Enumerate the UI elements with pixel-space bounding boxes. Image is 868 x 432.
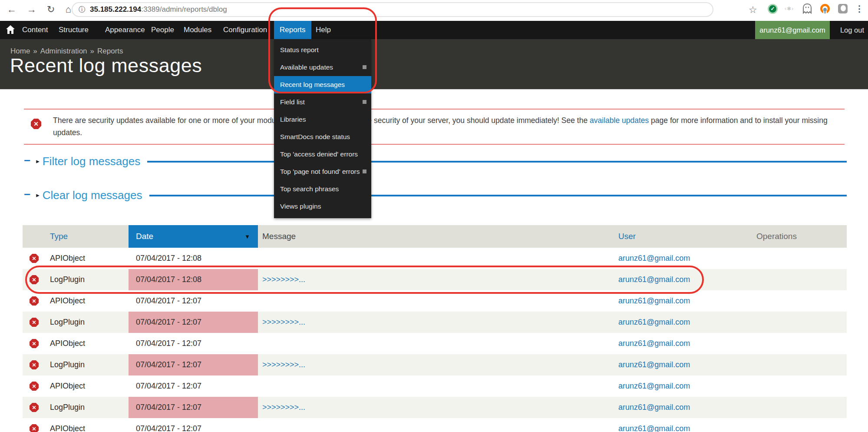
error-severity-icon: ✕ bbox=[30, 424, 39, 432]
page-header: Home»Administration»Reports Recent log m… bbox=[0, 39, 868, 90]
log-user-link[interactable]: arunz61@gmail.com bbox=[618, 275, 690, 284]
sort-by-user-link[interactable]: User bbox=[618, 232, 636, 241]
log-user-link[interactable]: arunz61@gmail.com bbox=[618, 339, 690, 348]
menu-item-smartdocs-node-status[interactable]: SmartDocs node status bbox=[274, 128, 371, 146]
update-badge-icon bbox=[363, 100, 366, 104]
log-date-highlighted: 07/04/2017 - 12:07 bbox=[129, 397, 258, 418]
toolbar-item-reports-active[interactable]: Reports bbox=[274, 21, 311, 39]
toolbar-item-configuration[interactable]: Configuration bbox=[223, 21, 267, 39]
log-user-link[interactable]: arunz61@gmail.com bbox=[618, 360, 690, 369]
available-updates-link[interactable]: available updates bbox=[590, 116, 649, 125]
log-user-link[interactable]: arunz61@gmail.com bbox=[618, 254, 690, 263]
toolbar-item-structure[interactable]: Structure bbox=[59, 21, 89, 39]
log-type: APIObject bbox=[45, 296, 129, 306]
log-message-link[interactable]: >>>>>>>>... bbox=[262, 275, 305, 284]
log-date-highlighted: 07/04/2017 - 12:07 bbox=[129, 354, 258, 376]
fieldset-border-line bbox=[147, 161, 847, 163]
fieldset-border-line bbox=[149, 195, 847, 196]
log-date: 07/04/2017 - 12:07 bbox=[129, 418, 258, 432]
toolbar-item-content[interactable]: Content bbox=[22, 21, 48, 39]
menu-item-top-search-phrases[interactable]: Top search phrases bbox=[274, 180, 371, 198]
error-severity-icon: ✕ bbox=[30, 382, 39, 391]
account-email[interactable]: arunz61@gmail.com bbox=[755, 21, 830, 39]
screenshot-root: ← → ↻ ⌂ ⓘ 35.185.222.194 :3389/admin/rep… bbox=[0, 0, 868, 432]
error-severity-icon: ✕ bbox=[30, 339, 39, 348]
log-date: 07/04/2017 - 12:07 bbox=[129, 376, 258, 397]
log-date: 07/04/2017 - 12:07 bbox=[129, 333, 258, 354]
log-date: 07/04/2017 - 12:07 bbox=[129, 290, 258, 312]
toolbar-item-modules[interactable]: Modules bbox=[184, 21, 211, 39]
openvpn-extension-icon[interactable] bbox=[819, 3, 831, 14]
log-message-link[interactable]: >>>>>>>>... bbox=[262, 403, 305, 412]
forward-icon[interactable]: → bbox=[27, 4, 36, 15]
sort-by-type-link[interactable]: Type bbox=[50, 232, 68, 241]
menu-item-status-report[interactable]: Status report bbox=[274, 41, 371, 59]
log-message-link[interactable]: >>>>>>>>... bbox=[262, 360, 305, 369]
reports-dropdown-menu: Status report Available updates Recent l… bbox=[274, 39, 371, 218]
table-row: ✕ APIObject 07/04/2017 - 12:07 arunz61@g… bbox=[23, 418, 847, 432]
back-icon[interactable]: ← bbox=[7, 4, 17, 15]
update-badge-icon bbox=[363, 65, 366, 69]
toolbar-item-people[interactable]: People bbox=[151, 21, 174, 39]
ghostery-extension-icon[interactable] bbox=[802, 3, 812, 14]
menu-item-top-access-denied[interactable]: Top 'access denied' errors bbox=[274, 146, 371, 163]
menu-item-label: Available updates bbox=[280, 63, 333, 71]
log-user-link[interactable]: arunz61@gmail.com bbox=[618, 318, 690, 326]
fieldset-dash-icon: − bbox=[24, 188, 30, 201]
browser-menu-icon[interactable]: ⋮ bbox=[855, 3, 864, 14]
log-user-link[interactable]: arunz61@gmail.com bbox=[618, 403, 690, 412]
browser-chrome: ← → ↻ ⌂ ⓘ 35.185.222.194 :3389/admin/rep… bbox=[0, 0, 868, 21]
table-row: ✕ LogPlugin 07/04/2017 - 12:07 >>>>>>>>.… bbox=[23, 354, 847, 376]
log-type: APIObject bbox=[45, 339, 129, 348]
reload-icon[interactable]: ↻ bbox=[47, 4, 55, 15]
header-date-sorted[interactable]: Date▼ bbox=[129, 225, 258, 248]
menu-item-top-page-not-found[interactable]: Top 'page not found' errors bbox=[274, 163, 371, 180]
error-severity-icon: ✕ bbox=[30, 403, 39, 412]
log-user-link[interactable]: arunz61@gmail.com bbox=[618, 424, 690, 432]
page-title: Recent log messages bbox=[10, 54, 202, 77]
menu-item-libraries[interactable]: Libraries bbox=[274, 111, 371, 128]
page-info-icon[interactable]: ⓘ bbox=[79, 5, 86, 14]
menu-item-field-list[interactable]: Field list bbox=[274, 93, 371, 111]
log-type: APIObject bbox=[45, 254, 129, 263]
error-severity-icon: ✕ bbox=[30, 254, 39, 263]
menu-item-available-updates[interactable]: Available updates bbox=[274, 59, 371, 76]
collapsed-arrow-icon: ▸ bbox=[36, 157, 40, 165]
log-type: LogPlugin bbox=[45, 403, 129, 412]
table-row: ✕ LogPlugin 07/04/2017 - 12:07 >>>>>>>>.… bbox=[23, 397, 847, 418]
log-user-link[interactable]: arunz61@gmail.com bbox=[618, 296, 690, 305]
sort-desc-icon: ▼ bbox=[244, 233, 250, 240]
toolbar-item-appearance[interactable]: Appearance bbox=[105, 21, 145, 39]
log-user-link[interactable]: arunz61@gmail.com bbox=[618, 382, 690, 390]
log-message-link[interactable]: >>>>>>>>... bbox=[262, 318, 305, 326]
menu-item-views-plugins[interactable]: Views plugins bbox=[274, 198, 371, 215]
menu-item-recent-log-messages[interactable]: Recent log messages bbox=[274, 76, 371, 93]
error-severity-icon: ✕ bbox=[30, 318, 39, 327]
filter-log-messages-legend[interactable]: Filter log messages bbox=[43, 155, 140, 168]
logout-button[interactable]: Log out bbox=[840, 21, 864, 39]
error-icon: ✕ bbox=[31, 119, 41, 129]
toolbar-item-help[interactable]: Help bbox=[316, 21, 331, 39]
clear-log-messages-fieldset: − ▸ Clear log messages bbox=[24, 186, 847, 204]
url-bar[interactable]: ⓘ 35.185.222.194 :3389/admin/reports/dbl… bbox=[72, 2, 713, 17]
log-date-highlighted: 07/04/2017 - 12:08 bbox=[129, 269, 258, 290]
secure-badge-extension-icon[interactable]: ✓ bbox=[768, 4, 778, 14]
clear-log-messages-legend[interactable]: Clear log messages bbox=[43, 189, 142, 202]
generic-extension-icon[interactable] bbox=[838, 3, 848, 14]
url-path: :3389/admin/reports/dblog bbox=[141, 5, 227, 14]
disabled-extension-icon[interactable]: ‹✱› bbox=[785, 6, 795, 12]
bookmark-star-icon[interactable]: ☆ bbox=[749, 4, 757, 16]
table-row: ✕ APIObject 07/04/2017 - 12:07 arunz61@g… bbox=[23, 376, 847, 397]
header-type: Type bbox=[45, 232, 129, 241]
table-row: ✕ APIObject 07/04/2017 - 12:08 arunz61@g… bbox=[23, 248, 847, 269]
table-row: ✕ LogPlugin 07/04/2017 - 12:07 >>>>>>>>.… bbox=[23, 312, 847, 333]
extension-icons: ✓ ‹✱› ⋮ bbox=[768, 3, 864, 14]
table-row: ✕ APIObject 07/04/2017 - 12:07 arunz61@g… bbox=[23, 290, 847, 312]
admin-toolbar: Content Structure Appearance People Modu… bbox=[0, 21, 868, 39]
admin-home-icon[interactable] bbox=[6, 25, 15, 34]
log-type: LogPlugin bbox=[45, 275, 129, 284]
log-type: APIObject bbox=[45, 424, 129, 432]
security-update-warning: ✕ There are security updates available f… bbox=[24, 109, 845, 145]
url-host: 35.185.222.194 bbox=[90, 5, 141, 14]
browser-home-icon[interactable]: ⌂ bbox=[65, 4, 71, 15]
